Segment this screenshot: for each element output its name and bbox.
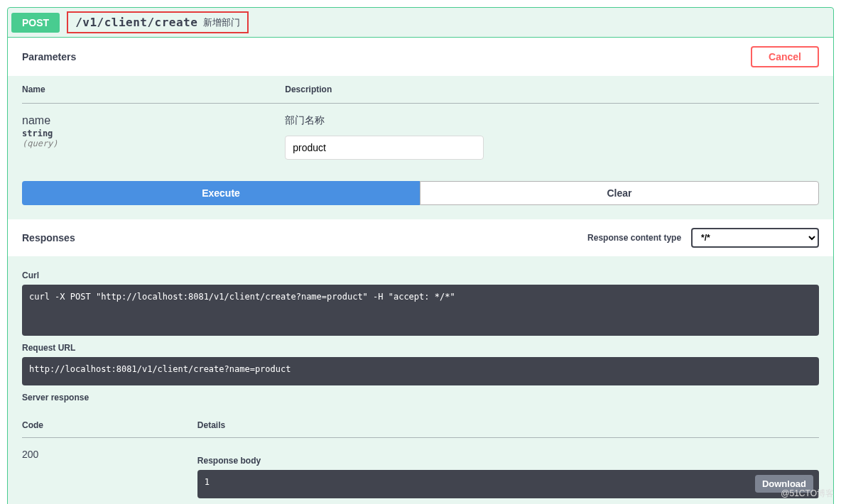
param-type: string	[22, 127, 285, 138]
param-name: name	[22, 114, 285, 127]
response-body-area: 1 Download	[197, 470, 819, 498]
endpoint-path: /v1/client/create	[75, 16, 197, 29]
col-header-code: Code	[22, 413, 197, 438]
response-body-label: Response body	[197, 456, 819, 466]
param-description: 部门名称	[285, 114, 819, 127]
server-response-label: Server response	[22, 393, 819, 402]
content-type-select[interactable]: */*	[691, 228, 819, 248]
col-header-description: Description	[285, 76, 819, 104]
watermark: @51CTO博客	[781, 488, 834, 500]
curl-command: curl -X POST "http://localhost:8081/v1/c…	[22, 285, 819, 336]
responses-body: Curl curl -X POST "http://localhost:8081…	[8, 256, 833, 504]
cancel-button[interactable]: Cancel	[751, 46, 819, 67]
parameters-header: Parameters Cancel	[8, 38, 833, 76]
responses-title: Responses	[22, 232, 75, 243]
param-in: (query)	[22, 138, 285, 148]
col-header-name: Name	[22, 76, 285, 104]
content-type-label: Response content type	[587, 233, 681, 243]
table-row: name string (query) 部门名称	[22, 104, 819, 171]
execute-button[interactable]: Execute	[22, 181, 420, 205]
endpoint-summary: 新增部门	[203, 16, 240, 29]
content-type-wrap: Response content type */*	[587, 228, 819, 248]
request-url-label: Request URL	[22, 343, 819, 353]
clear-button[interactable]: Clear	[420, 181, 819, 205]
request-url: http://localhost:8081/v1/client/create?n…	[22, 357, 819, 385]
operation-block: POST /v1/client/create 新增部门 Parameters C…	[7, 7, 834, 504]
status-code: 200	[22, 449, 38, 460]
method-badge: POST	[11, 13, 60, 33]
col-header-details: Details	[197, 413, 819, 438]
responses-header: Responses Response content type */*	[8, 219, 833, 256]
parameters-title: Parameters	[22, 51, 76, 62]
action-buttons: Execute Clear	[22, 181, 819, 205]
table-row: 200 Response body 1 Download	[22, 438, 819, 505]
response-body: 1	[197, 470, 819, 498]
parameters-body: Name Description name string (query) 部门名…	[8, 76, 833, 219]
responses-table: Code Details 200 Response body 1 Downloa…	[22, 413, 819, 504]
curl-label: Curl	[22, 270, 819, 280]
operation-summary[interactable]: POST /v1/client/create 新增部门	[8, 8, 833, 38]
param-value-input[interactable]	[285, 136, 484, 160]
parameters-table: Name Description name string (query) 部门名…	[22, 76, 819, 170]
path-highlight-box: /v1/client/create 新增部门	[67, 11, 249, 33]
